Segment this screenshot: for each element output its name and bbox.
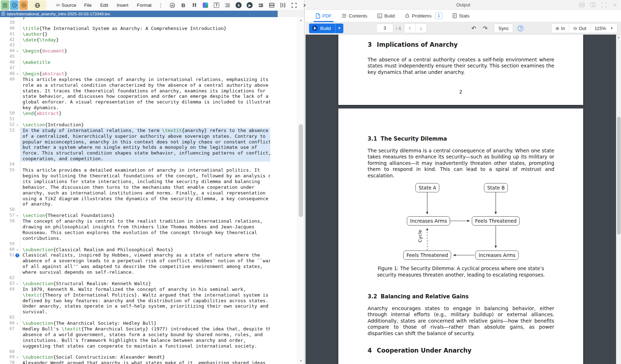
build-button[interactable]: Build: [309, 24, 335, 33]
menu-format[interactable]: Format: [133, 2, 156, 8]
code-line-row[interactable]: 65: [0, 315, 297, 320]
code-line-row[interactable]: 60▾\subsection{Classical Realism and Phi…: [0, 247, 297, 253]
code-text[interactable]: force. This structural condition shapes …: [20, 150, 270, 156]
scroll-up-icon[interactable]: ▲: [298, 19, 304, 22]
close-icon[interactable]: ✕: [612, 2, 618, 8]
menu-edit[interactable]: Edit: [96, 2, 112, 8]
menu-source[interactable]: </> Source: [52, 2, 80, 8]
code-line-row[interactable]: 59: [0, 241, 297, 247]
code-line-row[interactable]: 39: [0, 20, 297, 26]
code-text[interactable]: drawing on philosophical insights from t…: [20, 224, 270, 230]
code-line-row[interactable]: 42\date{\today}: [0, 37, 297, 43]
code-text[interactable]: \author{}: [20, 31, 270, 37]
code-text[interactable]: [20, 162, 270, 167]
code-text[interactable]: \subsection{Structural Realism: Kenneth …: [20, 281, 270, 287]
fold-arrow-icon[interactable]: ▾: [16, 248, 18, 252]
page-number-input[interactable]: 3: [376, 24, 393, 33]
code-text[interactable]: [20, 349, 270, 355]
code-line-row[interactable]: 44▾\begin{document}: [0, 48, 297, 54]
code-line-row[interactable]: drawing on philosophical insights from t…: [0, 224, 297, 230]
run-icon[interactable]: ▶: [247, 2, 253, 9]
pdf-scroll-thumb[interactable]: [617, 117, 621, 234]
build-split-button[interactable]: Build ▼: [309, 24, 343, 33]
code-text[interactable]: contributions.: [20, 236, 270, 241]
code-text[interactable]: \begin{abstract}: [20, 71, 270, 77]
code-line-row[interactable]: states. It traces the theoretical founda…: [0, 88, 297, 94]
zoom-level-select[interactable]: 115% ▼: [590, 24, 617, 33]
code-line-row[interactable]: survival.: [0, 309, 297, 315]
code-text[interactable]: [20, 207, 270, 213]
code-line-row[interactable]: 46\maketitle: [0, 60, 297, 65]
code-line-row[interactable]: contributions.: [0, 236, 297, 241]
code-text[interactable]: popular misconceptions, anarchy in this …: [20, 139, 270, 145]
code-line-row[interactable]: defined by two key features: anarchy and…: [0, 298, 297, 304]
code-line-row[interactable]: where survival depends on self-reliance.: [0, 269, 297, 275]
code-text[interactable]: Classical realists, inspired by Hobbes, …: [20, 252, 270, 258]
code-line-row[interactable]: 55This article provides a detailed exami…: [0, 167, 297, 173]
code-text[interactable]: survival.: [20, 309, 270, 315]
code-line-row[interactable]: of all against all'' was adapted to desc…: [0, 264, 297, 269]
tab-problems[interactable]: Problems 1: [400, 10, 448, 22]
zoom-out-button[interactable]: ⊖ Out: [569, 24, 590, 33]
save-button[interactable]: [1, 0, 9, 10]
code-line-row[interactable]: 51: [0, 116, 297, 122]
code-line-row[interactable]: absence of a world government, states fo…: [0, 332, 297, 338]
code-line-row[interactable]: 52▾\section{Introduction}: [0, 122, 297, 128]
code-line-row[interactable]: 45: [0, 54, 297, 60]
code-line-row[interactable]: 41\author{}: [0, 31, 297, 37]
code-text[interactable]: state behavior, and discusses how cooper…: [20, 93, 270, 99]
code-text[interactable]: \textit{Theory of International Politics…: [20, 292, 270, 298]
code-text[interactable]: Rousseau. This section explores the evol…: [20, 230, 270, 236]
code-text[interactable]: \subsection{Social Constructivism: Alexa…: [20, 354, 270, 360]
fold-arrow-icon[interactable]: ▾: [16, 123, 18, 127]
code-text[interactable]: \section{Theoretical Foundations}: [20, 213, 270, 218]
code-text[interactable]: [20, 241, 270, 247]
code-line-row[interactable]: 43: [0, 42, 297, 48]
fold-arrow-icon[interactable]: ▾: [16, 282, 18, 285]
code-line-row[interactable]: state behavior, and discusses how cooper…: [0, 93, 297, 99]
code-text[interactable]: \end{abstract}: [20, 111, 270, 116]
code-line-row[interactable]: anarchy, such as international instituti…: [0, 190, 297, 196]
scroll-down-icon[interactable]: ▼: [298, 359, 304, 363]
code-line-row[interactable]: 69▾\subsection{Social Constructivism: Al…: [0, 354, 297, 360]
code-text[interactable]: defined by two key features: anarchy and…: [20, 298, 270, 304]
fold-arrow-icon[interactable]: ▾: [16, 322, 18, 325]
next-page-button[interactable]: ↓: [415, 24, 426, 33]
code-text[interactable]: \maketitle: [20, 60, 270, 65]
editor-scroll-thumb[interactable]: [299, 124, 303, 217]
code-text[interactable]: of all against all'' was adapted to desc…: [20, 264, 270, 269]
code-text[interactable]: \subsection{Classical Realism and Philos…: [20, 247, 270, 253]
fold-arrow-icon[interactable]: ▾: [16, 356, 18, 359]
code-text[interactable]: role as a structural condition character…: [20, 82, 270, 88]
build-options-dropdown[interactable]: ▼: [335, 24, 343, 33]
previous-page-button[interactable]: ↑: [404, 24, 415, 33]
code-text[interactable]: begins by outlining the theoretical foun…: [20, 173, 270, 179]
split-horizontal-icon[interactable]: [579, 2, 585, 8]
pdf-viewport[interactable]: 3Implications of Anarchy The absence of …: [306, 35, 621, 364]
code-line-row[interactable]: 58The concept of anarchy is central to t…: [0, 218, 297, 224]
code-line-row[interactable]: absence of a sovereign leads to a perpet…: [0, 258, 297, 264]
code-line-row[interactable]: 48▾\begin{abstract}: [0, 71, 297, 77]
code-line-row[interactable]: 56: [0, 207, 297, 213]
code-line-row[interactable]: using a TikZ diagram illustrates the dyn…: [0, 196, 297, 202]
code-line-row[interactable]: 67Hedley Bull's \textit{The Anarchical S…: [0, 326, 297, 332]
code-text[interactable]: Hedley Bull's \textit{The Anarchical Soc…: [20, 326, 270, 332]
code-line-row[interactable]: 54: [0, 162, 297, 167]
code-text[interactable]: \begin{document}: [20, 48, 270, 54]
fold-arrow-icon[interactable]: ▾: [16, 72, 18, 76]
tab-contents[interactable]: Contents: [337, 10, 372, 22]
fold-arrow-icon[interactable]: ▾: [16, 50, 18, 53]
code-line-row[interactable]: behavior. The discussion then turns to t…: [0, 184, 297, 190]
split-horizontal-icon[interactable]: [269, 2, 275, 9]
history-button[interactable]: [10, 0, 19, 10]
pdf-scrollbar[interactable]: ▲: [616, 35, 621, 364]
bold-icon[interactable]: B: [180, 2, 187, 9]
code-line-row[interactable]: 63▾\subsection{Structural Realism: Kenne…: [0, 281, 297, 287]
ai-button[interactable]: AI: [19, 0, 28, 10]
code-line-row[interactable]: 49This article explores the concept of a…: [0, 77, 297, 82]
code-text[interactable]: Under anarchy, states operate in a self-…: [20, 303, 270, 309]
code-line-row[interactable]: Rousseau. This section explores the evol…: [0, 230, 297, 236]
code-text[interactable]: absence of a sovereign leads to a perpet…: [20, 258, 270, 264]
undo-icon[interactable]: ↶: [469, 24, 479, 33]
code-text[interactable]: anarchy, such as international instituti…: [20, 190, 270, 196]
